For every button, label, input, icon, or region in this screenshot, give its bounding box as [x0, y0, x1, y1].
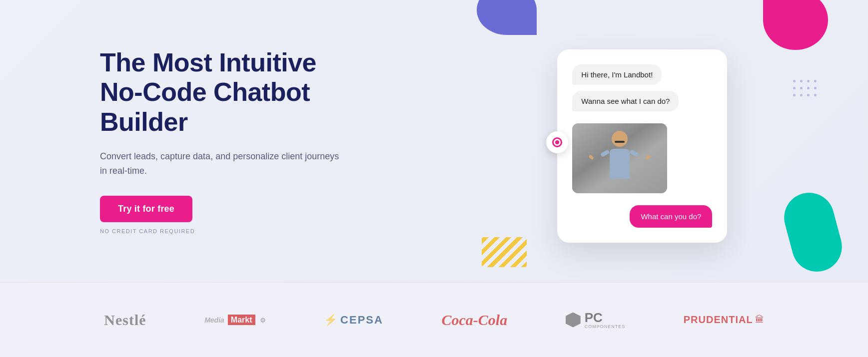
logo-cepsa: ⚡CEPSA: [324, 314, 383, 327]
gif-thumb-left: [589, 154, 595, 160]
record-button[interactable]: [546, 131, 568, 153]
chat-user-row: What can you do?: [572, 203, 712, 228]
no-credit-label: NO CREDIT CARD REQUIRED: [100, 228, 377, 234]
shape-teal-decoration: [779, 187, 848, 277]
cocacola-text: Coca-Cola: [441, 312, 507, 329]
logo-mediamarkt: Media Markt ⚙: [204, 315, 265, 325]
pc-letters: PC: [585, 310, 603, 325]
record-icon: [552, 137, 562, 147]
logos-bar: Nestlé Media Markt ⚙ ⚡CEPSA Coca-Cola PC…: [0, 282, 868, 357]
gif-placeholder: [572, 123, 667, 193]
shape-pink-decoration: [763, 0, 828, 50]
logo-cocacola: Coca-Cola: [441, 312, 507, 329]
hero-title-line2: No-Code Chatbot Builder: [100, 77, 310, 136]
cta-button[interactable]: Try it for free: [100, 196, 192, 222]
pc-text-block: PC COMPONENTES: [585, 311, 626, 329]
dots-decoration: [793, 80, 818, 98]
chat-card: Hi there, I'm Landbot! Wanna see what I …: [557, 49, 727, 243]
gif-head: [612, 131, 628, 147]
bot-message-1: Hi there, I'm Landbot!: [572, 64, 662, 85]
prudential-text: PRUDENTIAL: [684, 314, 753, 326]
hero-left: The Most Intuitive No-Code Chatbot Build…: [0, 0, 417, 282]
gif-figure: [600, 131, 640, 186]
hero-right: Hi there, I'm Landbot! Wanna see what I …: [417, 0, 868, 282]
gif-mustache: [615, 141, 625, 143]
bot-message-2: Wanna see what I can do?: [572, 91, 679, 111]
pc-sub: COMPONENTES: [585, 324, 626, 329]
hero-title-line1: The Most Intuitive: [100, 48, 316, 77]
pc-componentes: PC COMPONENTES: [566, 311, 626, 329]
gif-body: [610, 149, 630, 179]
nestle-text: Nestlé: [104, 312, 146, 329]
chat-bubble-bot-2: Wanna see what I can do?: [572, 91, 712, 117]
logo-prudential: PRUDENTIAL 🏛: [684, 314, 764, 326]
logo-pc: PC COMPONENTES: [566, 311, 626, 329]
pc-icon: [566, 313, 581, 328]
cepsa-text: ⚡CEPSA: [324, 314, 383, 327]
cepsa-arrow: ⚡: [324, 314, 338, 326]
mediamarkt-text: Media Markt ⚙: [204, 315, 265, 325]
gif-thumb-right: [645, 154, 651, 160]
hero-subtitle: Convert leads, capture data, and persona…: [100, 149, 340, 178]
hero-title: The Most Intuitive No-Code Chatbot Build…: [100, 48, 377, 137]
user-message: What can you do?: [630, 205, 712, 228]
gif-arm-right: [630, 149, 640, 157]
hero-section: The Most Intuitive No-Code Chatbot Build…: [0, 0, 868, 282]
logo-nestle: Nestlé: [104, 312, 146, 329]
yellow-stripes-decoration: [482, 237, 527, 267]
gif-arm-left: [601, 149, 611, 157]
chat-gif: [572, 123, 667, 193]
chat-bubble-bot-1: Hi there, I'm Landbot!: [572, 64, 712, 91]
shape-blue-decoration: [477, 0, 537, 35]
prudential-icon: 🏛: [755, 315, 764, 325]
